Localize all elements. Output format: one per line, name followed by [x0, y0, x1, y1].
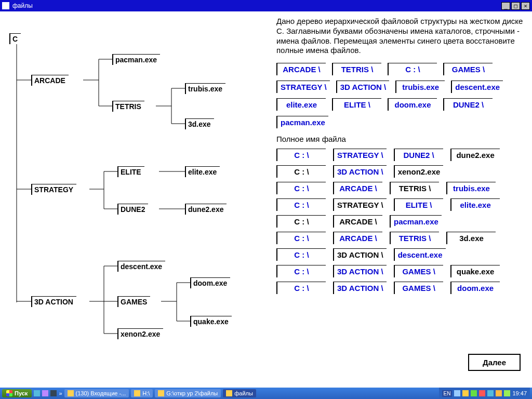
folder-icon [134, 390, 140, 396]
minimize-button[interactable]: _ [501, 2, 510, 10]
lang-indicator[interactable]: EN [442, 390, 453, 397]
tray-icon[interactable] [496, 390, 502, 396]
path-tile[interactable]: ARCADE \ [333, 182, 382, 194]
app-window: файлы _ □ × [0, 0, 532, 399]
path-tile[interactable]: GAMES \ [394, 265, 443, 277]
clock: 19:47 [512, 390, 527, 396]
path-tile[interactable]: descent.exe [394, 248, 446, 261]
taskbar-item[interactable]: H:\ [131, 389, 153, 397]
draggable-tile[interactable]: TETRIS \ [332, 63, 381, 75]
tray-icon[interactable] [471, 390, 477, 396]
next-button[interactable]: Далее [468, 354, 521, 371]
right-panel: Дано дерево иерархической файловой струк… [276, 17, 526, 294]
draggable-tile[interactable]: C : \ [388, 63, 437, 75]
path-tile[interactable]: C : \ [276, 248, 326, 261]
start-button[interactable]: Пуск [2, 389, 32, 397]
path-tile[interactable]: C : \ [276, 282, 326, 294]
path-tile[interactable]: STRATEGY \ [333, 149, 387, 161]
node-games: GAMES [117, 296, 150, 307]
node-quake: quake.exe [190, 316, 232, 327]
node-strategy: STRATEGY [31, 184, 76, 195]
maximize-button[interactable]: □ [511, 2, 520, 10]
path-tile[interactable]: doom.exe [450, 282, 500, 294]
path-row: C : \STRATEGY \ELITE \elite.exe [276, 198, 526, 211]
draggable-tile[interactable]: ELITE \ [332, 98, 381, 111]
node-dune2: DUNE2 [117, 204, 148, 215]
path-row: C : \ARCADE \TETRIS \3d.exe [276, 232, 526, 244]
tray-icon[interactable] [462, 390, 469, 396]
node-pacman: pacman.exe [112, 54, 160, 65]
taskbar-item[interactable]: G:\откр ур 2\файлы [155, 389, 221, 397]
tile-pool: ARCADE \TETRIS \C : \GAMES \STRATEGY \3D… [276, 63, 526, 128]
draggable-tile[interactable]: doom.exe [388, 98, 437, 111]
path-row: C : \3D ACTION \GAMES \doom.exe [276, 282, 526, 294]
node-tetris: TETRIS [112, 101, 144, 112]
path-tile: C : \ [276, 215, 326, 228]
path-tile[interactable]: C : \ [276, 265, 326, 277]
taskbar-item-label: H:\ [142, 390, 150, 396]
folder-icon [68, 390, 74, 396]
tray-icon[interactable] [479, 390, 485, 396]
node-root: C [9, 33, 21, 44]
tray-icon[interactable] [504, 390, 510, 396]
draggable-tile[interactable]: trubis.exe [395, 81, 445, 93]
quicklaunch-icon[interactable] [34, 390, 40, 396]
node-3d: 3d.exe [185, 118, 214, 129]
draggable-tile[interactable]: GAMES \ [443, 63, 493, 75]
quicklaunch-icon[interactable] [50, 390, 57, 396]
path-row: C : \STRATEGY \DUNE2 \dune2.exe [276, 149, 526, 161]
path-row: C : \3D ACTION \xenon2.exe [276, 165, 526, 178]
taskbar[interactable]: Пуск » (130) Входящие -...H:\G:\откр ур … [0, 388, 532, 399]
taskbar-item[interactable]: файлы [223, 389, 256, 397]
node-arcade: ARCADE [31, 75, 69, 86]
draggable-tile[interactable]: elite.exe [276, 98, 326, 111]
draggable-tile[interactable]: DUNE2 \ [443, 98, 493, 111]
tray-icon[interactable] [454, 390, 460, 396]
path-tile[interactable]: 3D ACTION \ [333, 165, 387, 178]
folder-icon [158, 390, 164, 396]
section-title: Полное имя файла [276, 135, 526, 143]
path-tile[interactable]: elite.exe [450, 198, 500, 211]
close-button[interactable]: × [521, 2, 530, 10]
path-tile[interactable]: C : \ [276, 198, 326, 211]
app-icon [2, 2, 9, 9]
path-tile[interactable]: C : \ [276, 232, 326, 244]
tree-area: C ARCADE pacman.exe TETRIS trubis.exe 3d… [0, 11, 270, 388]
path-tile: TETRIS \ [390, 182, 439, 194]
draggable-tile[interactable]: pacman.exe [276, 116, 328, 128]
draggable-tile[interactable]: 3D ACTION \ [336, 81, 390, 93]
path-tile[interactable]: DUNE2 \ [394, 149, 443, 161]
node-doom: doom.exe [190, 277, 230, 288]
content-area: C ARCADE pacman.exe TETRIS trubis.exe 3d… [0, 11, 532, 388]
quicklaunch-icon[interactable] [42, 390, 48, 396]
node-xenon2: xenon2.exe [117, 328, 163, 339]
system-tray: EN 19:47 [439, 388, 530, 399]
titlebar[interactable]: файлы _ □ × [0, 0, 532, 11]
path-tile[interactable]: TETRIS \ [390, 232, 439, 244]
path-tile: ARCADE \ [333, 215, 382, 228]
node-descent: descent.exe [117, 261, 165, 272]
path-tile[interactable]: pacman.exe [390, 215, 442, 228]
path-tile[interactable]: C : \ [276, 149, 326, 161]
tray-icon[interactable] [487, 390, 494, 396]
start-icon [6, 390, 12, 396]
node-dune2-file: dune2.exe [185, 204, 227, 215]
path-tile[interactable]: C : \ [276, 182, 326, 194]
path-tile: xenon2.exe [394, 165, 444, 178]
path-row: C : \ARCADE \TETRIS \trubis.exe [276, 182, 526, 194]
path-tile[interactable]: ELITE \ [394, 198, 443, 211]
path-tile[interactable]: 3D ACTION \ [333, 282, 387, 294]
draggable-tile[interactable]: STRATEGY \ [276, 81, 330, 93]
draggable-tile[interactable]: ARCADE \ [276, 63, 326, 75]
node-elite: ELITE [117, 166, 144, 177]
path-tile[interactable]: ARCADE \ [333, 232, 382, 244]
path-tile: dune2.exe [450, 149, 500, 161]
path-tile[interactable]: trubis.exe [446, 182, 496, 194]
taskbar-item[interactable]: (130) Входящие -... [64, 389, 129, 397]
taskbar-item-label: файлы [234, 390, 253, 396]
path-tile[interactable]: 3D ACTION \ [333, 265, 387, 277]
draggable-tile[interactable]: descent.exe [451, 81, 503, 93]
path-tile: STRATEGY \ [333, 198, 387, 211]
folder-icon [226, 390, 232, 396]
path-tile[interactable]: GAMES \ [394, 282, 443, 294]
